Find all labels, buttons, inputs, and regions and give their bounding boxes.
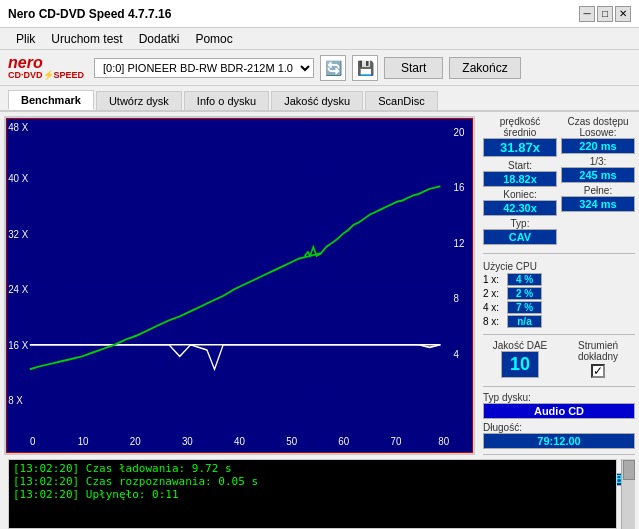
cpu-row-1x: 1 x: 4 % <box>483 273 635 286</box>
title-bar: Nero CD-DVD Speed 4.7.7.16 ─ □ ✕ <box>0 0 639 28</box>
cpu-row-2x: 2 x: 2 % <box>483 287 635 300</box>
svg-text:60: 60 <box>338 434 349 447</box>
tab-create-disc[interactable]: Utwórz dysk <box>96 91 182 110</box>
speed-avg-label: średnio <box>483 127 557 138</box>
drive-selector[interactable]: [0:0] PIONEER BD-RW BDR-212M 1.01 <box>94 58 314 78</box>
divider1 <box>483 253 635 254</box>
menu-plik[interactable]: Plik <box>8 30 43 48</box>
menu-uruchom[interactable]: Uruchom test <box>43 30 130 48</box>
quality-stream-row: Jakość DAE 10 Strumień dokładny ✓ <box>483 340 635 378</box>
svg-text:50: 50 <box>286 434 297 447</box>
svg-text:24 X: 24 X <box>8 282 28 295</box>
end-button[interactable]: Zakończ <box>449 57 520 79</box>
svg-text:16: 16 <box>453 181 464 194</box>
nero-text: nero <box>8 55 84 71</box>
access-section-label: Czas dostępu <box>561 116 635 127</box>
access-random-label: Losowe: <box>561 127 635 138</box>
quality-section: Jakość DAE 10 <box>483 340 557 378</box>
svg-text:4: 4 <box>453 347 458 360</box>
maximize-button[interactable]: □ <box>597 6 613 22</box>
right-panel: prędkość średnio 31.87x Start: 18.82x Ko… <box>479 112 639 459</box>
cpu-key-2x: 2 x: <box>483 288 505 299</box>
access-random-value: 220 ms <box>561 138 635 154</box>
svg-text:32 X: 32 X <box>8 227 28 240</box>
speed-end-value: 42.30x <box>483 200 557 216</box>
speed-access-row: prędkość średnio 31.87x Start: 18.82x Ko… <box>483 116 635 245</box>
cpu-key-1x: 1 x: <box>483 274 505 285</box>
window-controls: ─ □ ✕ <box>579 6 631 22</box>
refresh-button[interactable]: 🔄 <box>320 55 346 81</box>
benchmark-chart: 48 X 40 X 32 X 24 X 16 X 8 X 20 16 12 8 … <box>6 118 473 453</box>
disc-section: Typ dysku: Audio CD Długość: 79:12.00 <box>483 392 635 449</box>
svg-rect-0 <box>6 118 473 453</box>
speed-section-label: prędkość <box>483 116 557 127</box>
svg-text:12: 12 <box>453 236 464 249</box>
log-scroll-thumb[interactable] <box>623 460 635 480</box>
cpu-val-2x: 2 % <box>507 287 542 300</box>
start-button[interactable]: Start <box>384 57 443 79</box>
tab-benchmark[interactable]: Benchmark <box>8 90 94 110</box>
divider4 <box>483 454 635 455</box>
svg-text:20: 20 <box>453 125 464 138</box>
disc-type-value: Audio CD <box>483 403 635 419</box>
disc-length-label: Długość: <box>483 422 635 433</box>
quality-label: Jakość DAE <box>483 340 557 351</box>
cpu-val-1x: 4 % <box>507 273 542 286</box>
speed-type-label: Typ: <box>483 218 557 229</box>
log-scrollbar[interactable] <box>621 459 635 529</box>
cpu-key-4x: 4 x: <box>483 302 505 313</box>
divider2 <box>483 334 635 335</box>
app-title: Nero CD-DVD Speed 4.7.7.16 <box>8 7 171 21</box>
cpu-section-label: Użycie CPU <box>483 261 635 272</box>
stream-checkbox: ✓ <box>591 364 605 378</box>
svg-text:30: 30 <box>182 434 193 447</box>
cpu-row-8x: 8 x: n/a <box>483 315 635 328</box>
chart-area: 48 X 40 X 32 X 24 X 16 X 8 X 20 16 12 8 … <box>4 116 475 455</box>
cpu-key-8x: 8 x: <box>483 316 505 327</box>
svg-text:8: 8 <box>453 291 458 304</box>
cdspeed-text: CD·DVD⚡SPEED <box>8 71 84 80</box>
close-button[interactable]: ✕ <box>615 6 631 22</box>
svg-text:10: 10 <box>78 434 89 447</box>
speed-avg-value: 31.87x <box>483 138 557 157</box>
access-full-value: 324 ms <box>561 196 635 212</box>
svg-text:40: 40 <box>234 434 245 447</box>
tab-disc-quality[interactable]: Jakość dysku <box>271 91 363 110</box>
log-line-2: [13:02:20] Czas rozpoznawania: 0.05 s <box>13 475 612 488</box>
tabs-bar: Benchmark Utwórz dysk Info o dysku Jakoś… <box>0 86 639 112</box>
menu-bar: Plik Uruchom test Dodatki Pomoc <box>0 28 639 50</box>
nero-logo: nero CD·DVD⚡SPEED <box>8 55 84 80</box>
cpu-val-4x: 7 % <box>507 301 542 314</box>
menu-dodatki[interactable]: Dodatki <box>131 30 188 48</box>
main-content: 48 X 40 X 32 X 24 X 16 X 8 X 20 16 12 8 … <box>0 112 639 459</box>
divider3 <box>483 386 635 387</box>
disc-length-value: 79:12.00 <box>483 433 635 449</box>
access-section: Czas dostępu Losowe: 220 ms 1/3: 245 ms … <box>561 116 635 245</box>
tab-scandisc[interactable]: ScanDisc <box>365 91 437 110</box>
cpu-section: Użycie CPU 1 x: 4 % 2 x: 2 % 4 x: 7 % 8 … <box>483 261 635 329</box>
svg-text:16 X: 16 X <box>8 338 28 351</box>
svg-text:70: 70 <box>390 434 401 447</box>
minimize-button[interactable]: ─ <box>579 6 595 22</box>
stream-checkbox-area: ✓ <box>561 364 635 378</box>
speed-type-value: CAV <box>483 229 557 245</box>
speed-end-label: Koniec: <box>483 189 557 200</box>
tab-disc-info[interactable]: Info o dysku <box>184 91 269 110</box>
svg-text:20: 20 <box>130 434 141 447</box>
log-line-1: [13:02:20] Czas ładowania: 9.72 s <box>13 462 612 475</box>
svg-text:48 X: 48 X <box>8 120 28 133</box>
svg-text:80: 80 <box>438 434 449 447</box>
svg-text:8 X: 8 X <box>8 393 23 406</box>
menu-pomoc[interactable]: Pomoc <box>187 30 240 48</box>
cpu-val-8x: n/a <box>507 315 542 328</box>
stream-label: Strumień dokładny <box>561 340 635 362</box>
toolbar: nero CD·DVD⚡SPEED [0:0] PIONEER BD-RW BD… <box>0 50 639 86</box>
log-container: [13:02:20] Czas ładowania: 9.72 s [13:02… <box>4 459 635 529</box>
log-area: [13:02:20] Czas ładowania: 9.72 s [13:02… <box>8 459 617 529</box>
stream-section: Strumień dokładny ✓ <box>561 340 635 378</box>
svg-text:0: 0 <box>30 434 35 447</box>
svg-text:40 X: 40 X <box>8 172 28 185</box>
disc-type-label: Typ dysku: <box>483 392 635 403</box>
save-button[interactable]: 💾 <box>352 55 378 81</box>
quality-value: 10 <box>501 351 539 378</box>
